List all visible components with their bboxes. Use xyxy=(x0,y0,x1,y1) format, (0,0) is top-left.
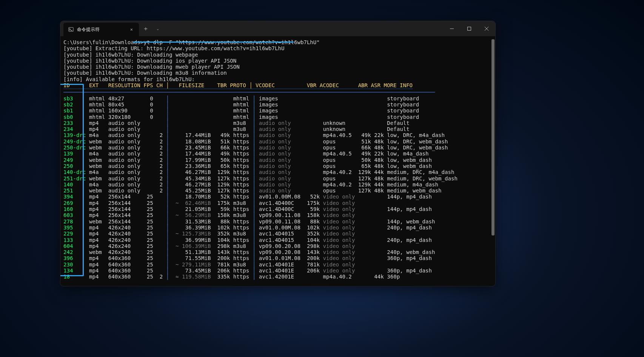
terminal-output: C:\Users\fulin\Downloads>yt-dlp -F "http… xyxy=(63,39,495,280)
maximize-button[interactable] xyxy=(461,21,478,36)
new-tab-button[interactable]: ＋ xyxy=(139,21,153,36)
svg-rect-3 xyxy=(468,27,471,31)
scrollbar-thumb[interactable] xyxy=(491,39,495,235)
close-button[interactable] xyxy=(478,21,495,36)
tab-active[interactable]: 命令提示符 ✕ xyxy=(63,23,139,36)
terminal-window: 命令提示符 ✕ ＋ ⌄ C:\Users\fulin\Downloads>yt-… xyxy=(60,21,495,286)
titlebar: 命令提示符 ✕ ＋ ⌄ xyxy=(60,21,495,36)
tab-close-button[interactable]: ✕ xyxy=(128,25,135,34)
tab-dropdown-button[interactable]: ⌄ xyxy=(153,21,163,36)
tab-title: 命令提示符 xyxy=(77,26,128,33)
svg-rect-0 xyxy=(69,28,73,32)
minimize-button[interactable] xyxy=(443,21,461,36)
terminal-body[interactable]: C:\Users\fulin\Downloads>yt-dlp -F "http… xyxy=(60,36,495,286)
cmd-icon xyxy=(68,26,74,32)
window-controls xyxy=(443,21,495,36)
